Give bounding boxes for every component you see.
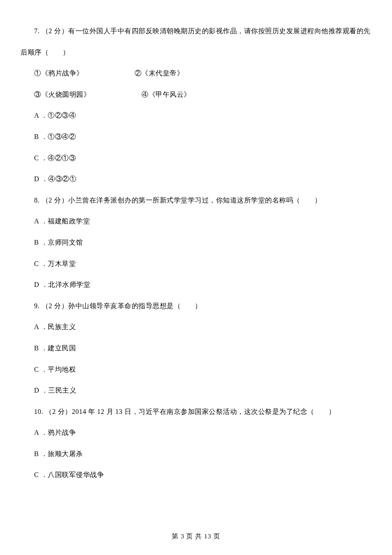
question-text: 10. （2 分）2014 年 12 月 13 日，习近平在南京参加国家公祭活动…: [20, 406, 372, 417]
question-10: 10. （2 分）2014 年 12 月 13 日，习近平在南京参加国家公祭活动…: [20, 406, 372, 480]
option-c: C ．万木草堂: [20, 258, 372, 269]
question-text: 9. （2 分）孙中山领导辛亥革命的指导思想是（ ）: [20, 301, 372, 312]
question-7: 7. （2 分）有一位外国人手中有四部反映清朝晚期历史的影视作品，请你按照历史发…: [20, 26, 372, 185]
page-footer: 第 3 页 共 13 页: [0, 531, 392, 541]
question-text: 8. （2 分）小兰曾在洋务派创办的第一所新式学堂学习过，你知道这所学堂的名称吗…: [20, 195, 372, 206]
option-d: D ．④③②①: [20, 173, 372, 185]
option-c: C ．平均地权: [20, 364, 372, 375]
option-b: B ．①③④②: [20, 131, 372, 142]
option-d: D ．北洋水师学堂: [20, 279, 372, 290]
movie-1: ①《鸦片战争》: [34, 69, 84, 77]
option-b: B ．京师同文馆: [20, 237, 372, 248]
option-a: A ．福建船政学堂: [20, 216, 372, 227]
option-a: A ．①②③④: [20, 110, 372, 121]
question-9: 9. （2 分）孙中山领导辛亥革命的指导思想是（ ） A ．民族主义 B ．建立…: [20, 301, 372, 396]
option-d: D ．三民主义: [20, 385, 372, 396]
movie-4: ④《甲午风云》: [141, 91, 191, 98]
question-text-line2: 后顺序（ ）: [20, 47, 372, 58]
movie-row-1: ①《鸦片战争》②《末代皇帝》: [20, 68, 372, 79]
option-c: C ．八国联军侵华战争: [20, 469, 372, 480]
option-c: C ．④②①③: [20, 153, 372, 164]
option-a: A ．民族主义: [20, 321, 372, 332]
movie-3: ③《火烧圆明园》: [34, 91, 90, 98]
option-b: B ．旅顺大屠杀: [20, 448, 372, 460]
question-text-line1: 7. （2 分）有一位外国人手中有四部反映清朝晚期历史的影视作品，请你按照历史发…: [20, 26, 372, 37]
movie-row-2: ③《火烧圆明园》④《甲午风云》: [20, 89, 372, 100]
question-8: 8. （2 分）小兰曾在洋务派创办的第一所新式学堂学习过，你知道这所学堂的名称吗…: [20, 195, 372, 290]
movie-2: ②《末代皇帝》: [135, 69, 184, 77]
option-b: B ．建立民国: [20, 343, 372, 354]
option-a: A ．鸦片战争: [20, 427, 372, 438]
